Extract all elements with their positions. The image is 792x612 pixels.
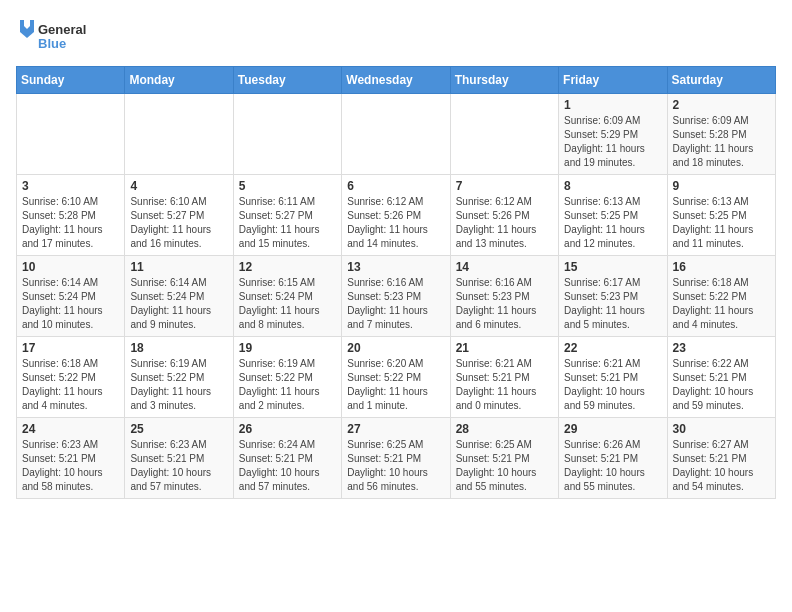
day-number: 11 xyxy=(130,260,227,274)
day-number: 22 xyxy=(564,341,661,355)
logo: General Blue xyxy=(16,16,96,56)
calendar-cell: 11Sunrise: 6:14 AM Sunset: 5:24 PM Dayli… xyxy=(125,256,233,337)
day-number: 21 xyxy=(456,341,553,355)
calendar-week-row: 24Sunrise: 6:23 AM Sunset: 5:21 PM Dayli… xyxy=(17,418,776,499)
calendar-cell: 19Sunrise: 6:19 AM Sunset: 5:22 PM Dayli… xyxy=(233,337,341,418)
calendar-cell: 25Sunrise: 6:23 AM Sunset: 5:21 PM Dayli… xyxy=(125,418,233,499)
day-number: 20 xyxy=(347,341,444,355)
day-info: Sunrise: 6:13 AM Sunset: 5:25 PM Dayligh… xyxy=(564,195,661,251)
day-number: 10 xyxy=(22,260,119,274)
day-info: Sunrise: 6:25 AM Sunset: 5:21 PM Dayligh… xyxy=(347,438,444,494)
day-info: Sunrise: 6:19 AM Sunset: 5:22 PM Dayligh… xyxy=(130,357,227,413)
calendar-week-row: 3Sunrise: 6:10 AM Sunset: 5:28 PM Daylig… xyxy=(17,175,776,256)
day-number: 13 xyxy=(347,260,444,274)
calendar-week-row: 1Sunrise: 6:09 AM Sunset: 5:29 PM Daylig… xyxy=(17,94,776,175)
svg-text:General: General xyxy=(38,22,86,37)
calendar-cell: 21Sunrise: 6:21 AM Sunset: 5:21 PM Dayli… xyxy=(450,337,558,418)
day-number: 2 xyxy=(673,98,770,112)
day-number: 26 xyxy=(239,422,336,436)
logo-text: General Blue xyxy=(16,16,96,56)
day-info: Sunrise: 6:17 AM Sunset: 5:23 PM Dayligh… xyxy=(564,276,661,332)
day-info: Sunrise: 6:18 AM Sunset: 5:22 PM Dayligh… xyxy=(22,357,119,413)
calendar-cell: 6Sunrise: 6:12 AM Sunset: 5:26 PM Daylig… xyxy=(342,175,450,256)
calendar-cell: 4Sunrise: 6:10 AM Sunset: 5:27 PM Daylig… xyxy=(125,175,233,256)
day-info: Sunrise: 6:16 AM Sunset: 5:23 PM Dayligh… xyxy=(456,276,553,332)
day-info: Sunrise: 6:16 AM Sunset: 5:23 PM Dayligh… xyxy=(347,276,444,332)
day-of-week-header: Tuesday xyxy=(233,67,341,94)
calendar-cell: 20Sunrise: 6:20 AM Sunset: 5:22 PM Dayli… xyxy=(342,337,450,418)
calendar-cell: 22Sunrise: 6:21 AM Sunset: 5:21 PM Dayli… xyxy=(559,337,667,418)
calendar-cell: 13Sunrise: 6:16 AM Sunset: 5:23 PM Dayli… xyxy=(342,256,450,337)
calendar-cell: 14Sunrise: 6:16 AM Sunset: 5:23 PM Dayli… xyxy=(450,256,558,337)
calendar-cell: 30Sunrise: 6:27 AM Sunset: 5:21 PM Dayli… xyxy=(667,418,775,499)
day-info: Sunrise: 6:23 AM Sunset: 5:21 PM Dayligh… xyxy=(130,438,227,494)
day-info: Sunrise: 6:15 AM Sunset: 5:24 PM Dayligh… xyxy=(239,276,336,332)
day-info: Sunrise: 6:22 AM Sunset: 5:21 PM Dayligh… xyxy=(673,357,770,413)
day-number: 1 xyxy=(564,98,661,112)
header: General Blue xyxy=(16,16,776,56)
day-info: Sunrise: 6:26 AM Sunset: 5:21 PM Dayligh… xyxy=(564,438,661,494)
day-number: 8 xyxy=(564,179,661,193)
calendar-cell: 12Sunrise: 6:15 AM Sunset: 5:24 PM Dayli… xyxy=(233,256,341,337)
calendar-cell: 17Sunrise: 6:18 AM Sunset: 5:22 PM Dayli… xyxy=(17,337,125,418)
calendar-cell: 27Sunrise: 6:25 AM Sunset: 5:21 PM Dayli… xyxy=(342,418,450,499)
day-number: 30 xyxy=(673,422,770,436)
calendar-cell: 9Sunrise: 6:13 AM Sunset: 5:25 PM Daylig… xyxy=(667,175,775,256)
day-number: 25 xyxy=(130,422,227,436)
day-info: Sunrise: 6:21 AM Sunset: 5:21 PM Dayligh… xyxy=(456,357,553,413)
day-number: 14 xyxy=(456,260,553,274)
day-info: Sunrise: 6:09 AM Sunset: 5:28 PM Dayligh… xyxy=(673,114,770,170)
day-info: Sunrise: 6:27 AM Sunset: 5:21 PM Dayligh… xyxy=(673,438,770,494)
calendar-cell xyxy=(125,94,233,175)
calendar-body: 1Sunrise: 6:09 AM Sunset: 5:29 PM Daylig… xyxy=(17,94,776,499)
day-info: Sunrise: 6:10 AM Sunset: 5:27 PM Dayligh… xyxy=(130,195,227,251)
day-number: 7 xyxy=(456,179,553,193)
calendar-cell: 18Sunrise: 6:19 AM Sunset: 5:22 PM Dayli… xyxy=(125,337,233,418)
day-of-week-header: Sunday xyxy=(17,67,125,94)
day-number: 23 xyxy=(673,341,770,355)
day-of-week-header: Thursday xyxy=(450,67,558,94)
day-info: Sunrise: 6:23 AM Sunset: 5:21 PM Dayligh… xyxy=(22,438,119,494)
day-number: 18 xyxy=(130,341,227,355)
day-info: Sunrise: 6:12 AM Sunset: 5:26 PM Dayligh… xyxy=(456,195,553,251)
day-number: 27 xyxy=(347,422,444,436)
calendar-cell: 5Sunrise: 6:11 AM Sunset: 5:27 PM Daylig… xyxy=(233,175,341,256)
calendar-cell: 1Sunrise: 6:09 AM Sunset: 5:29 PM Daylig… xyxy=(559,94,667,175)
calendar-cell: 29Sunrise: 6:26 AM Sunset: 5:21 PM Dayli… xyxy=(559,418,667,499)
calendar-cell: 23Sunrise: 6:22 AM Sunset: 5:21 PM Dayli… xyxy=(667,337,775,418)
day-info: Sunrise: 6:14 AM Sunset: 5:24 PM Dayligh… xyxy=(130,276,227,332)
day-number: 17 xyxy=(22,341,119,355)
day-info: Sunrise: 6:18 AM Sunset: 5:22 PM Dayligh… xyxy=(673,276,770,332)
calendar-cell: 2Sunrise: 6:09 AM Sunset: 5:28 PM Daylig… xyxy=(667,94,775,175)
day-number: 9 xyxy=(673,179,770,193)
logo-svg: General Blue xyxy=(16,16,96,56)
day-of-week-header: Saturday xyxy=(667,67,775,94)
calendar-cell: 10Sunrise: 6:14 AM Sunset: 5:24 PM Dayli… xyxy=(17,256,125,337)
day-number: 3 xyxy=(22,179,119,193)
day-number: 5 xyxy=(239,179,336,193)
day-number: 4 xyxy=(130,179,227,193)
calendar-cell xyxy=(17,94,125,175)
svg-text:Blue: Blue xyxy=(38,36,66,51)
day-number: 28 xyxy=(456,422,553,436)
calendar-header-row: SundayMondayTuesdayWednesdayThursdayFrid… xyxy=(17,67,776,94)
day-number: 15 xyxy=(564,260,661,274)
day-info: Sunrise: 6:19 AM Sunset: 5:22 PM Dayligh… xyxy=(239,357,336,413)
calendar-cell: 7Sunrise: 6:12 AM Sunset: 5:26 PM Daylig… xyxy=(450,175,558,256)
day-number: 12 xyxy=(239,260,336,274)
calendar-cell: 26Sunrise: 6:24 AM Sunset: 5:21 PM Dayli… xyxy=(233,418,341,499)
day-info: Sunrise: 6:14 AM Sunset: 5:24 PM Dayligh… xyxy=(22,276,119,332)
calendar-week-row: 17Sunrise: 6:18 AM Sunset: 5:22 PM Dayli… xyxy=(17,337,776,418)
calendar-cell: 16Sunrise: 6:18 AM Sunset: 5:22 PM Dayli… xyxy=(667,256,775,337)
day-of-week-header: Wednesday xyxy=(342,67,450,94)
day-number: 16 xyxy=(673,260,770,274)
day-info: Sunrise: 6:21 AM Sunset: 5:21 PM Dayligh… xyxy=(564,357,661,413)
day-info: Sunrise: 6:13 AM Sunset: 5:25 PM Dayligh… xyxy=(673,195,770,251)
calendar-cell: 3Sunrise: 6:10 AM Sunset: 5:28 PM Daylig… xyxy=(17,175,125,256)
calendar-cell: 8Sunrise: 6:13 AM Sunset: 5:25 PM Daylig… xyxy=(559,175,667,256)
day-info: Sunrise: 6:10 AM Sunset: 5:28 PM Dayligh… xyxy=(22,195,119,251)
calendar-cell: 15Sunrise: 6:17 AM Sunset: 5:23 PM Dayli… xyxy=(559,256,667,337)
day-of-week-header: Friday xyxy=(559,67,667,94)
day-info: Sunrise: 6:12 AM Sunset: 5:26 PM Dayligh… xyxy=(347,195,444,251)
calendar-cell xyxy=(342,94,450,175)
